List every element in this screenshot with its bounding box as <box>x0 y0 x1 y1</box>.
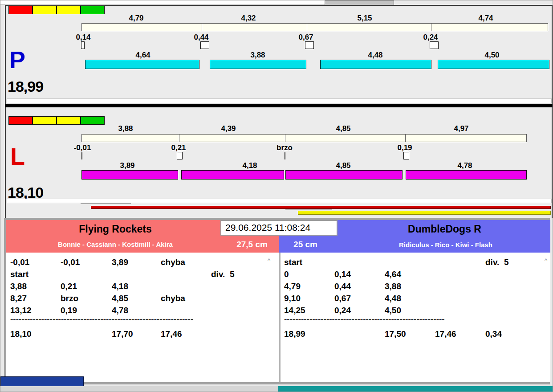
split-separator <box>202 24 202 31</box>
taskbar-strip <box>278 386 553 392</box>
changeover-marker <box>200 41 209 49</box>
jump-height: 25 cm <box>281 240 330 249</box>
dog-time-label: 4,78 <box>457 161 472 170</box>
changeover-time-label: 0,19 <box>397 143 412 152</box>
result-cell: 13,12 <box>10 306 32 314</box>
changeover-time-label: 0,21 <box>171 143 186 152</box>
result-cell: -0,01 <box>10 258 29 266</box>
scroll-up-arrow[interactable]: ^ <box>268 257 270 263</box>
team-dogs: Ridiculus - Rico - Kiwi - Flash <box>343 241 548 249</box>
result-separator: ----------------------------------------… <box>10 315 193 323</box>
changeover-time-label: 0,44 <box>194 33 208 42</box>
scroll-up-arrow[interactable]: ^ <box>545 257 547 263</box>
split-time-label: 4,97 <box>454 124 468 133</box>
result-cell: 4,78 <box>112 306 128 314</box>
result-cell: div. 5 <box>485 258 508 266</box>
run-progress-bar-red <box>91 206 551 209</box>
dog-time-label: 4,85 <box>336 161 350 170</box>
split-time-label: 5,15 <box>357 14 372 23</box>
dog-time-bar <box>285 170 403 180</box>
lane-letter: L <box>10 144 25 168</box>
result-cell: 3,89 <box>112 258 128 266</box>
result-total: 18,10 <box>10 330 32 338</box>
bottom-strip <box>0 386 278 392</box>
changeover-time-label: 0,14 <box>76 33 90 42</box>
result-cell: 3,88 <box>10 282 27 290</box>
start-light-yellow2-icon <box>57 116 81 125</box>
split-separator <box>285 135 285 142</box>
result-total: 17,46 <box>161 330 182 338</box>
result-cell: 8,27 <box>10 294 27 302</box>
changeover-marker <box>81 41 85 49</box>
result-cell: 4,85 <box>112 294 128 302</box>
lane-total-time: 18,99 <box>8 79 43 94</box>
result-cell: 0,24 <box>334 306 351 314</box>
changeover-marker <box>177 152 183 159</box>
split-time-label: 4,74 <box>478 14 493 23</box>
start-light-yellow2-icon <box>57 6 81 14</box>
changeover-marker <box>430 41 439 49</box>
result-cell: 9,10 <box>284 294 301 302</box>
dog-time-bar <box>438 60 549 69</box>
dog-time-label: 4,50 <box>484 51 499 60</box>
changeover-marker <box>81 152 82 159</box>
start-light-green-icon <box>81 6 105 14</box>
result-total: 17,70 <box>112 330 133 338</box>
changeover-time-label: -0,01 <box>74 143 91 152</box>
result-cell: 4,48 <box>385 294 401 302</box>
split-time-label: 4,85 <box>336 124 350 133</box>
lane-divider <box>5 104 553 107</box>
team-dogs: Bonnie - Cassiann - Kostimill - Akira <box>6 241 224 248</box>
progress-track-outline <box>285 209 332 210</box>
changeover-marker <box>285 152 285 159</box>
result-separator: ----------------------------------------… <box>284 315 445 323</box>
result-cell: 0,19 <box>61 306 77 314</box>
team-name: Flying Rockets <box>6 223 224 235</box>
result-cell: 0,21 <box>61 282 77 290</box>
result-cell: -0,01 <box>61 258 80 266</box>
split-time-label: 4,39 <box>221 124 236 133</box>
dog-time-label: 4,48 <box>368 51 382 60</box>
lane-track-strip <box>7 98 552 103</box>
team-name: DumbleDogs R <box>341 223 548 235</box>
dog-time-bar <box>85 60 199 69</box>
split-time-label: 3,88 <box>118 124 133 133</box>
dog-time-label: 3,89 <box>120 161 134 170</box>
changeover-marker <box>305 41 314 49</box>
result-cell: 4,50 <box>385 306 401 314</box>
result-cell: 0 <box>284 270 289 278</box>
run-progress-bar-yellow <box>298 211 551 215</box>
dog-time-bar <box>210 60 306 69</box>
result-cell: 14,25 <box>284 306 305 314</box>
taskbar-button[interactable] <box>0 376 84 386</box>
result-total: 17,46 <box>435 330 456 338</box>
dog-time-label: 4,18 <box>242 161 257 170</box>
result-cell: chyba <box>161 258 185 266</box>
progress-track-outline <box>81 203 131 204</box>
split-separator <box>431 24 431 31</box>
split-time-track <box>81 23 548 31</box>
dog-time-label: 3,88 <box>250 51 265 60</box>
result-cell: start <box>10 270 28 278</box>
start-light-green-icon <box>81 116 105 125</box>
changeover-time-label: 0,24 <box>423 33 438 42</box>
lane-total-time: 18,10 <box>8 185 43 200</box>
result-cell: chyba <box>161 294 185 302</box>
start-light-red-icon <box>8 116 33 125</box>
result-total: 18,99 <box>284 330 305 338</box>
start-lights-l <box>8 116 105 125</box>
start-light-yellow1-icon <box>33 116 57 125</box>
result-cell: brzo <box>61 294 78 302</box>
start-light-red-icon <box>8 6 33 14</box>
changeover-marker <box>403 152 409 159</box>
flyball-timing-screen: 4,79 4,32 5,15 4,74 0,14 0,44 0,67 0,24 … <box>0 0 553 392</box>
changeover-time-label: brzo <box>276 143 293 152</box>
split-time-label: 4,79 <box>129 14 143 23</box>
split-time-track <box>81 134 527 142</box>
result-cell: 0,44 <box>334 282 351 290</box>
dog-time-bar <box>81 170 178 180</box>
timestamp: 29.06.2025 11:08:24 <box>220 220 337 236</box>
start-lights-p <box>8 6 105 14</box>
result-total: 17,50 <box>385 330 406 338</box>
lane-track-strip <box>7 199 552 203</box>
